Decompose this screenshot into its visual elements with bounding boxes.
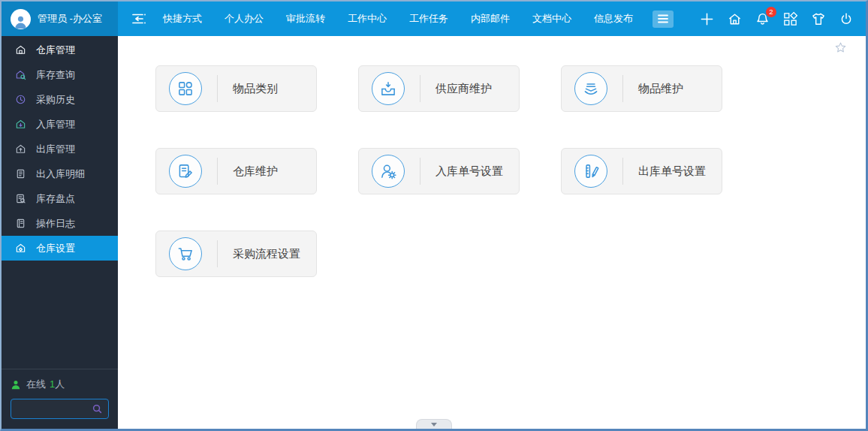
apps-grid-icon[interactable] xyxy=(782,11,798,27)
sidebar-item-label: 出入库明细 xyxy=(36,167,85,181)
sidebar-item-label: 入库管理 xyxy=(36,118,75,131)
search-input[interactable] xyxy=(16,404,92,414)
sidebar-item-warehouse-settings[interactable]: 仓库设置 xyxy=(2,236,118,261)
card-label: 供应商维护 xyxy=(436,82,492,96)
main-content: 物品类别 供应商维护 物品维护 xyxy=(118,36,866,429)
outbound-number-icon xyxy=(574,155,607,188)
card-supplier-maintenance[interactable]: 供应商维护 xyxy=(358,65,520,112)
user-avatar-icon xyxy=(11,9,31,29)
sidebar-item-label: 库存盘点 xyxy=(36,192,75,206)
home-icon[interactable] xyxy=(727,11,743,27)
online-status: 在线 1人 xyxy=(11,378,109,391)
warehouse-settings-icon xyxy=(14,243,26,254)
theme-shirt-icon[interactable] xyxy=(810,11,827,27)
online-user-icon xyxy=(11,379,21,390)
card-divider xyxy=(622,75,623,102)
sidebar-item-outbound-management[interactable]: 出库管理 xyxy=(2,137,118,161)
inventory-search-icon xyxy=(14,69,26,80)
card-goods-maintenance[interactable]: 物品维护 xyxy=(561,65,722,112)
collapse-sidebar-icon[interactable] xyxy=(130,11,148,26)
supplier-icon xyxy=(372,72,405,105)
sidebar-menu: 仓库管理 库存查询 采购历史 xyxy=(2,36,118,261)
card-label: 采购流程设置 xyxy=(233,247,300,261)
nav-info-publish[interactable]: 信息发布 xyxy=(594,12,633,26)
nav-personal-office[interactable]: 个人办公 xyxy=(225,12,264,26)
sidebar-item-label: 库存查询 xyxy=(36,68,75,82)
operation-log-icon xyxy=(14,218,26,229)
sidebar-item-inbound-management[interactable]: 入库管理 xyxy=(2,112,118,137)
purchase-flow-icon xyxy=(169,237,202,270)
notification-bell-icon[interactable]: 2 xyxy=(755,11,770,27)
card-divider xyxy=(420,75,420,102)
card-divider xyxy=(622,158,623,185)
card-outbound-number-settings[interactable]: 出库单号设置 xyxy=(561,148,722,194)
sidebar: 仓库管理 库存查询 采购历史 xyxy=(2,36,118,429)
inout-detail-icon xyxy=(14,168,26,179)
sidebar-search xyxy=(11,399,109,419)
card-divider xyxy=(420,158,420,185)
sidebar-item-operation-log[interactable]: 操作日志 xyxy=(2,211,118,236)
card-divider xyxy=(217,240,218,267)
card-label: 出库单号设置 xyxy=(638,164,706,179)
notification-badge: 2 xyxy=(766,7,776,17)
sidebar-item-stocktake[interactable]: 库存盘点 xyxy=(2,186,118,211)
sidebar-item-label: 出库管理 xyxy=(36,143,75,156)
nav-work-tasks[interactable]: 工作任务 xyxy=(409,12,448,26)
card-inbound-number-settings[interactable]: 入库单号设置 xyxy=(358,148,520,194)
card-purchase-flow-settings[interactable]: 采购流程设置 xyxy=(155,231,317,277)
outbound-icon xyxy=(14,143,26,155)
user-menu[interactable]: 管理员 -办公室 xyxy=(2,2,118,36)
category-icon xyxy=(169,72,202,105)
sidebar-item-inout-detail[interactable]: 出入库明细 xyxy=(2,161,118,186)
warehouse-home-icon xyxy=(14,44,26,56)
nav-work-center[interactable]: 工作中心 xyxy=(348,12,387,26)
sidebar-item-label: 采购历史 xyxy=(36,93,75,107)
user-name: 管理员 -办公室 xyxy=(38,12,102,26)
inbound-icon xyxy=(14,119,26,130)
card-label: 仓库维护 xyxy=(233,164,278,179)
search-icon[interactable] xyxy=(92,403,103,414)
purchase-history-icon xyxy=(14,94,26,105)
inbound-number-icon xyxy=(372,155,405,188)
card-divider xyxy=(217,158,218,185)
add-icon[interactable] xyxy=(699,11,715,27)
favorite-star-icon[interactable] xyxy=(834,41,847,57)
nav-approval-flow[interactable]: 审批流转 xyxy=(286,12,325,26)
power-logout-icon[interactable] xyxy=(839,11,854,27)
app-window: 管理员 -办公室 快捷方式 个人办公 审批流转 工作中心 工作任务 内部邮件 文… xyxy=(0,0,868,431)
online-label: 在线 xyxy=(26,378,46,391)
card-divider xyxy=(217,75,218,102)
topbar: 管理员 -办公室 快捷方式 个人办公 审批流转 工作中心 工作任务 内部邮件 文… xyxy=(2,2,866,36)
stocktake-icon xyxy=(14,193,26,204)
nav-document-center[interactable]: 文档中心 xyxy=(532,12,571,26)
nav-shortcuts[interactable]: 快捷方式 xyxy=(163,12,202,26)
top-nav: 快捷方式 个人办公 审批流转 工作中心 工作任务 内部邮件 文档中心 信息发布 xyxy=(163,12,633,26)
sidebar-footer: 在线 1人 xyxy=(2,369,118,429)
card-label: 物品维护 xyxy=(638,82,683,96)
card-warehouse-maintenance[interactable]: 仓库维护 xyxy=(155,148,317,194)
online-unit: 人 xyxy=(55,378,65,390)
warehouse-edit-icon xyxy=(169,155,202,188)
topbar-actions: 2 xyxy=(699,11,866,27)
goods-icon xyxy=(574,72,607,105)
sidebar-item-label: 操作日志 xyxy=(36,217,75,231)
sidebar-item-purchase-history[interactable]: 采购历史 xyxy=(2,87,118,112)
card-label: 物品类别 xyxy=(233,82,278,96)
sidebar-item-inventory-query[interactable]: 库存查询 xyxy=(2,62,118,87)
sidebar-item-label: 仓库设置 xyxy=(36,242,75,255)
chevron-down-icon xyxy=(431,423,437,426)
more-menu-button[interactable] xyxy=(653,11,674,28)
sidebar-item-label: 仓库管理 xyxy=(36,44,75,57)
sidebar-item-warehouse-management[interactable]: 仓库管理 xyxy=(2,38,118,62)
card-item-category[interactable]: 物品类别 xyxy=(155,65,317,112)
bottom-collapse-tab[interactable] xyxy=(416,419,452,429)
card-label: 入库单号设置 xyxy=(436,164,503,179)
nav-internal-mail[interactable]: 内部邮件 xyxy=(471,12,510,26)
settings-card-grid: 物品类别 供应商维护 物品维护 xyxy=(118,36,866,277)
